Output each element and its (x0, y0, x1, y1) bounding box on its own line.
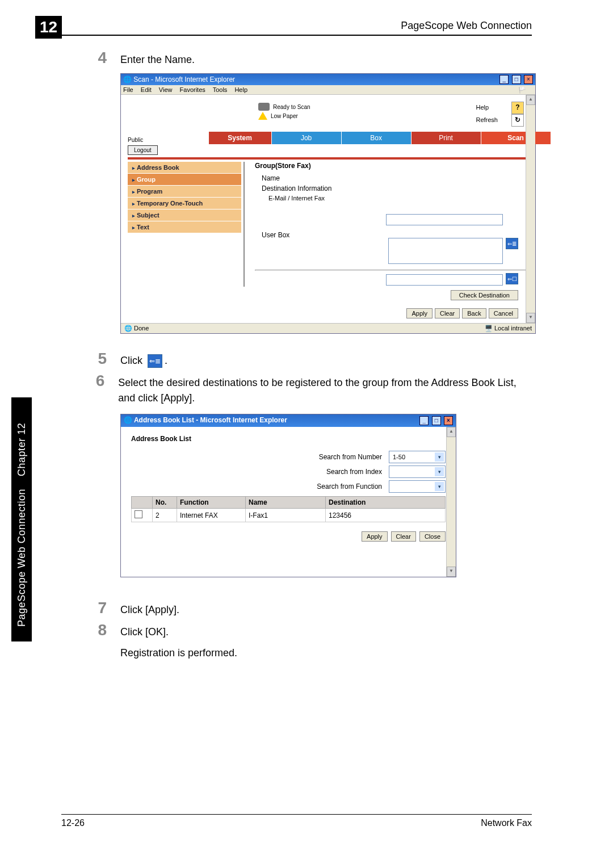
footer-page: 12-26 (61, 818, 85, 828)
chevron-down-icon: ▾ (435, 482, 444, 491)
col-name: Name (246, 497, 326, 509)
step-number-5: 5 (91, 351, 107, 367)
abl-apply-button[interactable]: Apply (362, 531, 388, 542)
chevron-down-icon: ▾ (435, 467, 444, 476)
window-controls[interactable]: _ □ × (498, 75, 533, 84)
add-dest-icon[interactable]: ⇐≣ (506, 238, 518, 249)
close-icon[interactable]: × (444, 416, 453, 425)
col-destination: Destination (326, 497, 446, 509)
name-input[interactable] (386, 214, 503, 225)
add-dest-inline-icon: ⇐≣ (148, 354, 162, 368)
maximize-icon[interactable]: □ (432, 416, 441, 425)
scroll-down-icon[interactable]: ▼ (526, 313, 535, 323)
refresh-link[interactable]: Refresh (476, 115, 498, 126)
sidebar-item-text[interactable]: Text (128, 221, 241, 233)
cell-name: I-Fax1 (246, 509, 326, 522)
tab-box[interactable]: Box (342, 132, 412, 144)
statusbar-done: Done (134, 325, 149, 332)
search-number-select[interactable]: 1-50▾ (389, 451, 446, 463)
step-8-text-2: Registration is performed. (120, 645, 237, 661)
col-no: No. (153, 497, 177, 509)
status-ready: Ready to Scan (273, 104, 310, 110)
side-tab-main: PageScope Web Connection (16, 489, 27, 627)
menu-view[interactable]: View (159, 86, 173, 93)
abl-title: Address Book List (131, 435, 446, 443)
abl-scrollbar[interactable]: ▲ ▼ (446, 427, 456, 577)
window-title: Scan - Microsoft Internet Explorer (133, 76, 235, 83)
minimize-icon[interactable]: _ (499, 75, 509, 84)
help-icon[interactable]: ? (511, 102, 524, 114)
footer-product: Network Fax (481, 818, 532, 828)
sidebar-item-subject[interactable]: Subject (128, 209, 241, 221)
accent-bar (128, 157, 528, 160)
logout-button[interactable]: Logout (128, 145, 158, 155)
search-index-label: Search from Index (326, 468, 382, 476)
close-icon[interactable]: × (524, 75, 533, 84)
sidebar-item-program[interactable]: Program (128, 186, 241, 198)
address-book-list-screenshot: 🌐 Address Book List - Microsoft Internet… (120, 414, 456, 577)
step-4-text: Enter the Name. (120, 50, 195, 68)
abl-window-controls[interactable]: _ □ × (418, 416, 453, 425)
back-button[interactable]: Back (462, 308, 486, 318)
cell-dest: 123456 (326, 509, 446, 522)
check-destination-button[interactable]: Check Destination (451, 290, 518, 300)
label-name: Name (262, 174, 528, 182)
step-8-text: Click [OK]. (120, 624, 237, 640)
step-number-4: 4 (91, 50, 107, 66)
statusbar-zone: Local intranet (494, 325, 532, 332)
search-number-label: Search from Number (319, 453, 382, 461)
tab-print[interactable]: Print (412, 132, 481, 144)
refresh-icon[interactable]: ↻ (511, 114, 524, 127)
warning-icon (258, 112, 267, 120)
tab-system[interactable]: System (209, 132, 272, 144)
scrollbar[interactable]: ▲ ▼ (526, 95, 535, 323)
table-row[interactable]: 2 Internet FAX I-Fax1 123456 (132, 509, 446, 522)
step-number-6: 6 (91, 373, 104, 389)
scroll-up-icon[interactable]: ▲ (526, 95, 535, 105)
menu-tools[interactable]: Tools (213, 86, 228, 93)
col-function: Function (177, 497, 246, 509)
cancel-button[interactable]: Cancel (489, 308, 518, 318)
menu-edit[interactable]: Edit (141, 86, 152, 93)
abl-close-button[interactable]: Close (419, 531, 446, 542)
sidebar-item-temporary[interactable]: Temporary One-Touch (128, 198, 241, 209)
sidebar-item-addressbook[interactable]: Address Book (128, 162, 241, 174)
search-function-label: Search from Function (317, 483, 382, 490)
scroll-down-icon[interactable]: ▼ (447, 567, 456, 577)
address-book-table: No. Function Name Destination 2 Internet… (131, 496, 446, 522)
step-7-text: Click [Apply]. (120, 600, 179, 618)
dest-listbox[interactable] (388, 238, 503, 264)
menu-help[interactable]: Help (234, 86, 247, 93)
add-userbox-icon[interactable]: ⇐☐ (506, 273, 518, 284)
menu-favorites[interactable]: Favorites (180, 86, 205, 93)
tab-scan[interactable]: Scan (481, 132, 551, 144)
step-number-7: 7 (91, 600, 107, 616)
search-index-select[interactable]: ▾ (389, 466, 446, 478)
help-link[interactable]: Help (476, 102, 489, 114)
tab-job[interactable]: Job (272, 132, 342, 144)
maximize-icon[interactable]: □ (512, 75, 521, 84)
scan-window-screenshot: 🌐 Scan - Microsoft Internet Explorer _ □… (120, 73, 536, 334)
label-email-ifax: E-Mail / Internet Fax (268, 195, 528, 202)
chevron-down-icon: ▾ (435, 452, 444, 462)
sidebar-item-group[interactable]: Group (128, 174, 241, 186)
menu-file[interactable]: File (123, 86, 133, 93)
label-dest-info: Destination Information (262, 184, 528, 192)
side-chapter-tab: PageScope Web Connection Chapter 12 (11, 397, 32, 641)
search-function-select[interactable]: ▾ (389, 480, 446, 493)
row-checkbox[interactable] (135, 510, 142, 518)
cell-no: 2 (153, 509, 177, 522)
step-number-8: 8 (91, 622, 107, 638)
step-6-text: Select the desired destinations to be re… (118, 373, 532, 406)
minimize-icon[interactable]: _ (419, 416, 429, 425)
panel-title: Group(Store Fax) (255, 162, 528, 170)
step-5-text: Click ⇐≣. (120, 351, 167, 368)
abl-clear-button[interactable]: Clear (391, 531, 416, 542)
page-title: PageScope Web Connection (401, 20, 532, 32)
scroll-up-icon[interactable]: ▲ (447, 427, 456, 437)
userbox-input[interactable] (386, 274, 503, 286)
side-tab-chapter: Chapter 12 (16, 423, 27, 476)
ie-menubar[interactable]: File Edit View Favorites Tools Help 🏳️ (121, 85, 535, 95)
clear-button[interactable]: Clear (435, 308, 460, 318)
apply-button[interactable]: Apply (406, 308, 433, 318)
